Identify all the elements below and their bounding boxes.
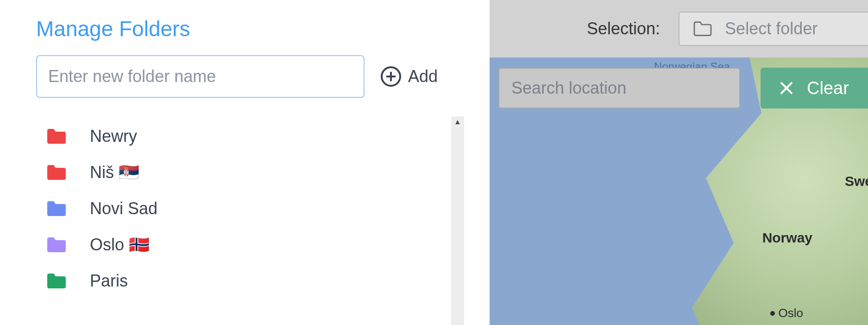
select-folder-dropdown[interactable]: Select folder <box>679 12 868 46</box>
folder-list: NewryNiš 🇷🇸Novi SadOslo 🇳🇴Paris <box>36 116 447 325</box>
folder-icon <box>45 199 68 218</box>
scrollbar[interactable]: ▲ <box>451 116 464 325</box>
plus-circle-icon <box>380 66 402 87</box>
new-folder-input[interactable] <box>36 55 365 98</box>
manage-folders-panel: Manage Folders Add NewryNiš 🇷🇸Novi SadOs… <box>0 0 490 325</box>
selection-label: Selection: <box>587 19 660 38</box>
clear-button[interactable]: Clear <box>761 68 868 108</box>
map-search-row: Clear <box>498 68 868 108</box>
folder-icon <box>45 163 68 182</box>
scroll-up-arrow-icon[interactable]: ▲ <box>451 116 464 127</box>
folder-item[interactable]: Newry <box>36 118 447 154</box>
folder-icon <box>45 236 68 254</box>
close-icon <box>779 81 794 96</box>
city-label-oslo: Oslo <box>770 306 803 320</box>
folder-item[interactable]: Oslo 🇳🇴 <box>36 227 447 263</box>
folder-label: Paris <box>90 271 128 291</box>
panel-title: Manage Folders <box>36 16 464 41</box>
add-folder-button[interactable]: Add <box>380 66 438 87</box>
folder-label: Novi Sad <box>90 199 157 218</box>
search-location-input[interactable] <box>498 68 740 108</box>
folder-item[interactable]: Novi Sad <box>36 191 447 227</box>
folder-icon <box>45 272 68 290</box>
folder-item[interactable]: Paris <box>36 263 447 299</box>
selection-topbar: Selection: Select folder <box>490 0 868 57</box>
select-folder-placeholder: Select folder <box>725 19 818 38</box>
folder-item[interactable]: Niš 🇷🇸 <box>36 154 447 191</box>
folder-outline-icon <box>692 20 713 37</box>
folder-label: Newry <box>90 127 137 146</box>
country-label-sweden: Swe <box>845 173 868 189</box>
folder-label: Oslo 🇳🇴 <box>90 235 150 255</box>
add-folder-row: Add <box>36 55 464 98</box>
map-area: Selection: Select folder Norwegian Sea N… <box>490 0 868 325</box>
country-label-norway: Norway <box>762 230 812 246</box>
add-button-label: Add <box>408 67 438 86</box>
folder-icon <box>45 127 68 146</box>
clear-button-label: Clear <box>807 78 849 98</box>
folder-label: Niš 🇷🇸 <box>90 163 139 182</box>
